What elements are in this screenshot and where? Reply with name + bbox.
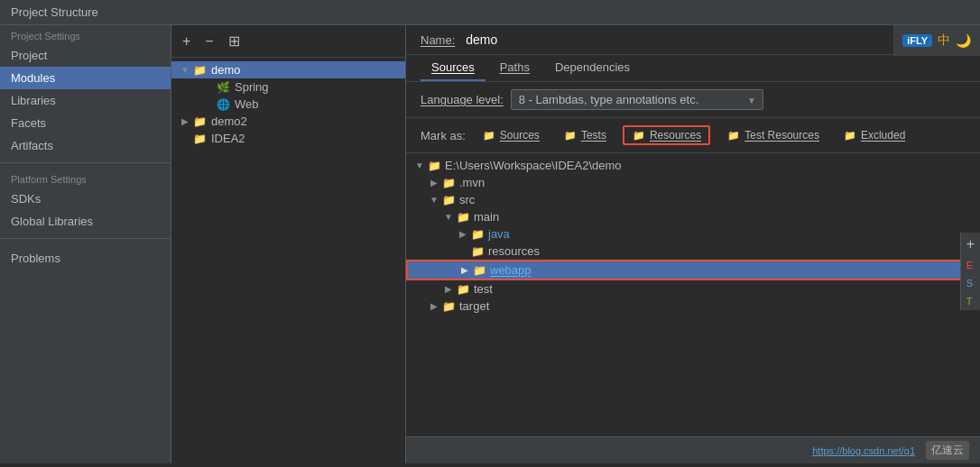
right-side-panel: + E S T xyxy=(960,233,980,310)
status-url[interactable]: https://blog.csdn.net/q1 xyxy=(812,445,915,456)
mark-test-resources-label: Test Resources xyxy=(744,129,819,142)
title-text: Project Structure xyxy=(11,5,98,19)
file-node-main[interactable]: 📁 main xyxy=(406,208,980,225)
tree-label-demo: demo xyxy=(211,63,241,77)
mark-tests-button[interactable]: 📁 Tests xyxy=(556,126,614,144)
file-node-test[interactable]: 📁 test xyxy=(406,280,980,298)
sidebar-item-project[interactable]: Project xyxy=(0,44,171,67)
file-node-src[interactable]: 📁 src xyxy=(406,191,980,208)
project-settings-label: Project Settings xyxy=(0,25,171,44)
file-label-src: src xyxy=(459,193,475,206)
mark-as-row: Mark as: 📁 Sources 📁 Tests 📁 Resources 📁… xyxy=(406,118,980,153)
lang-level-select-wrapper: 8 - Lambdas, type annotations etc. ▼ xyxy=(511,89,763,110)
test-resources-folder-icon: 📁 xyxy=(726,129,741,142)
lang-level-row: Language level: 8 - Lambdas, type annota… xyxy=(406,82,980,118)
file-folder-icon-main: 📁 xyxy=(455,211,471,224)
tree-node-idea2[interactable]: 📁 IDEA2 xyxy=(171,130,405,147)
brand-name: 亿速云 xyxy=(931,443,964,458)
ifly-badge: iFLY 中 🌙 xyxy=(893,25,980,56)
file-node-root[interactable]: 📁 E:\Users\Workspace\IDEA2\demo xyxy=(406,157,980,174)
file-node-java[interactable]: 📁 java xyxy=(406,225,980,243)
file-tree: 📁 E:\Users\Workspace\IDEA2\demo 📁 .mvn 📁… xyxy=(406,153,980,463)
sidebar-item-global-libraries[interactable]: Global Libraries xyxy=(0,210,171,233)
mark-sources-label: Sources xyxy=(500,129,540,142)
tree-node-spring[interactable]: 🌿 Spring xyxy=(171,78,405,96)
tree-label-web: Web xyxy=(235,97,259,111)
file-arrow-webapp xyxy=(458,265,471,275)
tree-label-demo2: demo2 xyxy=(211,114,247,128)
tab-paths[interactable]: Paths xyxy=(489,55,541,81)
file-label-resources: resources xyxy=(488,244,540,258)
file-label-webapp: webapp xyxy=(490,263,532,277)
file-node-resources[interactable]: 📁 resources xyxy=(406,243,980,260)
sidebar-divider-2 xyxy=(0,238,171,239)
tab-dependencies-label: Dependencies xyxy=(555,60,630,74)
file-node-webapp[interactable]: 📁 webapp xyxy=(406,260,980,280)
project-tree-panel: + − ⊞ 📁 demo 🌿 Spring 🌐 xyxy=(171,25,406,463)
ifly-chinese: 中 xyxy=(938,32,950,49)
sidebar-item-modules[interactable]: Modules xyxy=(0,67,171,89)
tree-node-demo2[interactable]: 📁 demo2 xyxy=(171,113,405,130)
mark-sources-button[interactable]: 📁 Sources xyxy=(475,126,547,144)
file-label-mvn: .mvn xyxy=(459,176,485,189)
file-folder-icon-resources: 📁 xyxy=(469,245,485,258)
name-value: demo xyxy=(466,32,497,47)
file-folder-icon-test: 📁 xyxy=(455,283,471,296)
ifly-moon: 🌙 xyxy=(956,33,971,48)
status-bar: https://blog.csdn.net/q1 亿速云 xyxy=(406,436,980,463)
right-add-button[interactable]: + xyxy=(966,236,975,252)
sources-folder-icon: 📁 xyxy=(482,129,496,142)
mark-resources-button[interactable]: 📁 Resources xyxy=(623,125,710,145)
file-arrow-src xyxy=(428,195,440,205)
tree-arrow-demo2 xyxy=(179,116,191,126)
tests-folder-icon: 📁 xyxy=(563,129,578,142)
file-arrow-root xyxy=(413,160,426,170)
sidebar-item-problems[interactable]: Problems xyxy=(0,244,171,272)
remove-module-button[interactable]: − xyxy=(201,32,217,51)
tree-label-spring: Spring xyxy=(235,80,269,94)
tree-arrow-demo xyxy=(179,65,191,75)
file-label-test: test xyxy=(474,282,493,296)
sidebar-item-facets[interactable]: Facets xyxy=(0,112,171,134)
sidebar-item-sdks[interactable]: SDKs xyxy=(0,188,171,210)
mark-tests-label: Tests xyxy=(581,129,606,142)
tree-node-demo[interactable]: 📁 demo xyxy=(171,61,405,78)
tab-paths-label: Paths xyxy=(500,60,530,74)
mark-test-resources-button[interactable]: 📁 Test Resources xyxy=(719,126,827,144)
file-node-mvn[interactable]: 📁 .mvn xyxy=(406,174,980,191)
sidebar-item-libraries[interactable]: Libraries xyxy=(0,89,171,112)
name-label: Name: xyxy=(421,33,455,47)
tree-node-web[interactable]: 🌐 Web xyxy=(171,96,405,113)
file-arrow-java xyxy=(457,229,469,239)
excluded-folder-icon: 📁 xyxy=(843,129,857,142)
platform-settings-label: Platform Settings xyxy=(0,169,171,188)
file-label-main: main xyxy=(474,210,499,224)
file-folder-icon-root: 📁 xyxy=(426,160,442,172)
resources-folder-icon: 📁 xyxy=(632,129,646,142)
right-t-label: T xyxy=(966,296,975,307)
file-arrow-target xyxy=(428,301,440,311)
mark-excluded-label: Excluded xyxy=(861,129,905,142)
mark-excluded-button[interactable]: 📁 Excluded xyxy=(836,126,912,144)
tab-sources-label: Sources xyxy=(431,60,475,74)
tab-dependencies[interactable]: Dependencies xyxy=(544,55,641,81)
right-e-label: E xyxy=(966,260,975,270)
file-label-java: java xyxy=(488,227,510,241)
right-panel: iFLY 中 🌙 Name: demo Sources Paths Depend… xyxy=(406,25,980,463)
module-tree: 📁 demo 🌿 Spring 🌐 Web 📁 xyxy=(171,58,405,463)
file-node-target[interactable]: 📁 target xyxy=(406,298,980,315)
sidebar: Project Settings Project Modules Librari… xyxy=(0,25,171,463)
file-arrow-mvn xyxy=(428,178,440,188)
sidebar-item-artifacts[interactable]: Artifacts xyxy=(0,134,171,157)
file-folder-icon-java: 📁 xyxy=(469,228,485,241)
sidebar-divider xyxy=(0,162,171,163)
tab-sources[interactable]: Sources xyxy=(421,55,485,81)
tree-toolbar: + − ⊞ xyxy=(171,25,405,58)
folder-icon-demo2: 📁 xyxy=(191,115,208,128)
file-folder-icon-src: 📁 xyxy=(440,194,457,206)
copy-module-button[interactable]: ⊞ xyxy=(225,31,244,51)
add-module-button[interactable]: + xyxy=(179,32,194,51)
mark-as-label: Mark as: xyxy=(421,129,466,142)
file-folder-icon-mvn: 📁 xyxy=(440,177,457,189)
lang-level-select[interactable]: 8 - Lambdas, type annotations etc. xyxy=(511,89,763,110)
